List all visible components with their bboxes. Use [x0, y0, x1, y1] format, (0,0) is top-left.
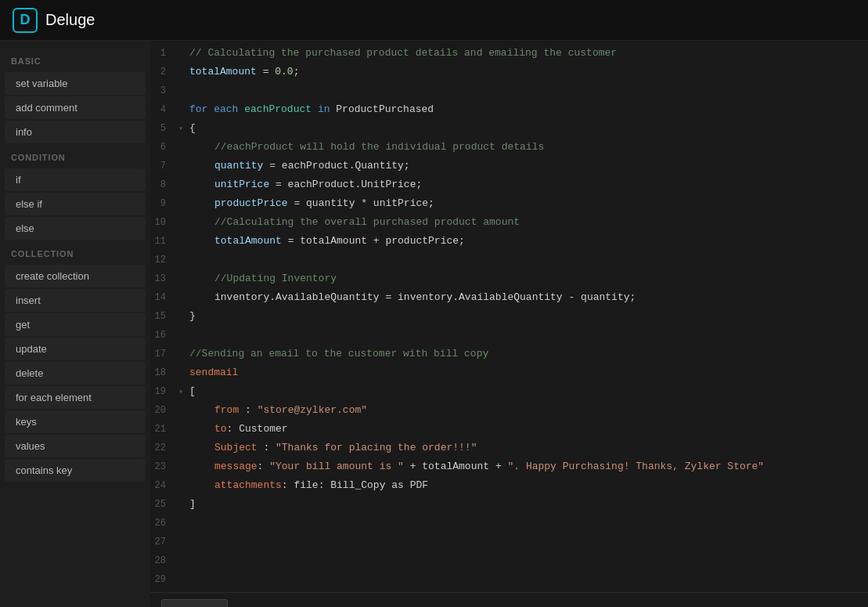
code-line-13: 13 //Updating Inventory	[150, 269, 868, 288]
sidebar-item-get[interactable]: get	[5, 313, 146, 336]
code-line-17: 17 //Sending an email to the customer wi…	[150, 345, 868, 363]
code-line-24: 24 attachments: file: Bill_Copy as PDF	[150, 476, 868, 495]
execute-button[interactable]: Execute	[161, 599, 228, 607]
code-line-26: 26	[150, 514, 868, 533]
sidebar-section-basic: BASIC	[0, 49, 150, 70]
sidebar-item-else-if[interactable]: else if	[5, 193, 146, 215]
main-layout: BASIC set variable add comment info COND…	[0, 41, 868, 607]
code-line-18: 18 sendmail	[150, 363, 868, 382]
code-line-4: 4 for each eachProduct in ProductPurchas…	[150, 100, 868, 119]
code-line-23: 23 message: "Your bill amount is " + tot…	[150, 457, 868, 476]
code-line-21: 21 to: Customer	[150, 420, 868, 439]
code-line-9: 9 productPrice = quantity * unitPrice;	[150, 194, 868, 213]
code-line-2: 2 totalAmount = 0.0;	[150, 63, 868, 81]
header: D Deluge	[0, 0, 868, 41]
sidebar-item-if[interactable]: if	[5, 168, 146, 191]
code-line-16: 16	[150, 326, 868, 345]
code-line-22: 22 Subject : "Thanks for placing the ord…	[150, 439, 868, 457]
sidebar-item-values[interactable]: values	[5, 435, 146, 457]
code-line-5: 5 ▾ {	[150, 119, 868, 138]
code-line-19: 19 ▾ [	[150, 382, 868, 401]
sidebar-section-collection: COLLECTION	[0, 241, 150, 263]
code-line-8: 8 unitPrice = eachProduct.UnitPrice;	[150, 175, 868, 194]
sidebar-item-for-each-element[interactable]: for each element	[5, 386, 146, 409]
sidebar-item-set-variable[interactable]: set variable	[5, 72, 146, 95]
execute-bar: Execute	[150, 592, 868, 607]
code-line-15: 15 }	[150, 307, 868, 326]
code-line-27: 27	[150, 533, 868, 551]
code-line-1: 1 // Calculating the purchased product d…	[150, 44, 868, 63]
code-line-20: 20 from : "store@zylker.com"	[150, 401, 868, 420]
sidebar-item-else[interactable]: else	[5, 217, 146, 240]
sidebar-item-delete[interactable]: delete	[5, 362, 146, 385]
code-line-25: 25 ]	[150, 495, 868, 514]
code-line-29: 29	[150, 570, 868, 589]
sidebar-item-add-comment[interactable]: add comment	[5, 96, 146, 119]
sidebar-item-keys[interactable]: keys	[5, 410, 146, 433]
code-line-28: 28	[150, 551, 868, 570]
code-line-10: 10 //Calculating the overall purchased p…	[150, 213, 868, 232]
sidebar-item-contains-key[interactable]: contains key	[5, 459, 146, 482]
sidebar-section-condition: CONDITION	[0, 145, 150, 167]
code-content: 1 // Calculating the purchased product d…	[150, 41, 868, 592]
code-line-3: 3	[150, 81, 868, 100]
code-line-11: 11 totalAmount = totalAmount + productPr…	[150, 232, 868, 251]
code-line-14: 14 inventory.AvailableQuantity = invento…	[150, 288, 868, 307]
sidebar-item-info[interactable]: info	[5, 121, 146, 143]
sidebar-item-create-collection[interactable]: create collection	[5, 265, 146, 287]
code-line-6: 6 //eachProduct will hold the individual…	[150, 138, 868, 157]
sidebar-item-update[interactable]: update	[5, 338, 146, 360]
code-line-7: 7 quantity = eachProduct.Quantity;	[150, 157, 868, 175]
sidebar-item-insert[interactable]: insert	[5, 289, 146, 312]
code-editor: 1 // Calculating the purchased product d…	[150, 41, 868, 607]
logo-icon: D	[13, 8, 38, 33]
sidebar: BASIC set variable add comment info COND…	[0, 41, 150, 607]
code-line-12: 12	[150, 251, 868, 269]
app-title: Deluge	[45, 11, 95, 29]
